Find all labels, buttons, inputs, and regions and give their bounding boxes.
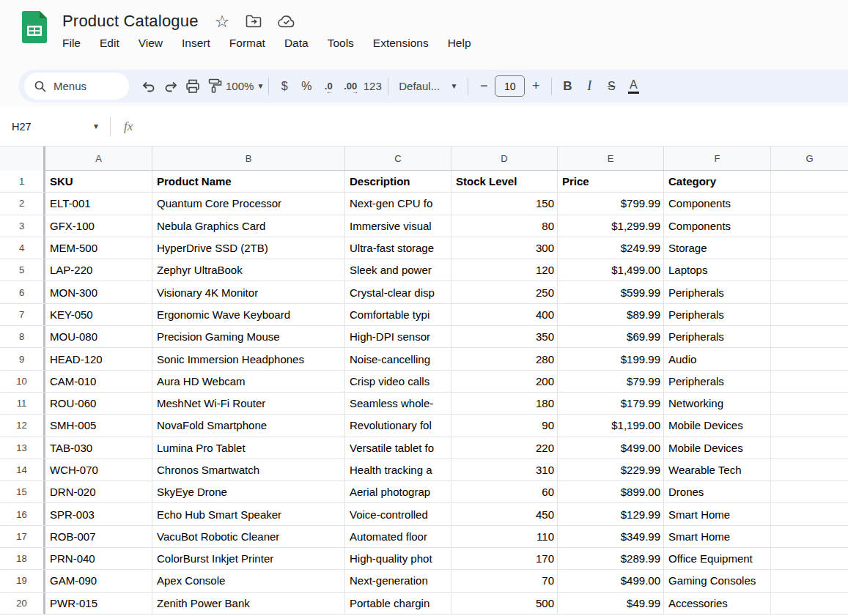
cell[interactable]: Mobile Devices (664, 415, 771, 436)
menu-help[interactable]: Help (448, 37, 471, 50)
cell[interactable]: $499.00 (558, 437, 664, 459)
cell[interactable]: $349.99 (558, 526, 664, 547)
cell[interactable]: 170 (451, 548, 558, 569)
column-header-f[interactable]: F (664, 146, 771, 170)
cell[interactable]: High-quality phot (345, 548, 451, 569)
cell[interactable]: Zenith Power Bank (152, 593, 345, 614)
cell[interactable] (771, 437, 848, 459)
bold-button[interactable]: B (556, 75, 578, 97)
cell[interactable] (771, 348, 848, 369)
menu-extensions[interactable]: Extensions (373, 37, 429, 50)
strikethrough-button[interactable]: S (600, 75, 622, 97)
cell[interactable]: ROU-060 (45, 393, 152, 414)
menu-insert[interactable]: Insert (182, 37, 210, 50)
cell[interactable]: High-DPI sensor (345, 326, 451, 347)
column-header-b[interactable]: B (152, 146, 345, 170)
cell[interactable]: Echo Hub Smart Speaker (152, 503, 345, 524)
cell[interactable]: 350 (451, 326, 558, 347)
cell[interactable]: Aura HD Webcam (152, 371, 345, 392)
menus-search[interactable]: Menus (24, 73, 129, 100)
row-number[interactable]: 12 (0, 415, 45, 436)
cell[interactable]: 110 (451, 526, 558, 547)
cell[interactable]: $89.99 (558, 304, 664, 325)
cell[interactable]: 200 (451, 371, 558, 392)
cell[interactable]: HyperDrive SSD (2TB) (152, 237, 345, 259)
more-formats-button[interactable]: 123 (361, 75, 383, 97)
text-color-button[interactable]: A (622, 75, 644, 97)
cell[interactable]: $179.99 (558, 393, 664, 414)
cell[interactable] (771, 237, 848, 259)
cell[interactable] (771, 171, 848, 192)
cell[interactable]: Audio (664, 348, 771, 369)
star-icon[interactable]: ☆ (215, 13, 230, 30)
cell[interactable] (771, 326, 848, 347)
cell[interactable]: 70 (451, 570, 558, 591)
name-box[interactable]: H27 ▼ (0, 121, 110, 133)
cell[interactable]: $899.00 (558, 481, 664, 502)
row-number[interactable]: 14 (0, 459, 45, 480)
cell[interactable]: SPR-003 (45, 503, 152, 524)
menu-tools[interactable]: Tools (328, 37, 354, 50)
redo-icon[interactable] (160, 75, 182, 97)
menu-file[interactable]: File (62, 37, 81, 50)
cell[interactable]: $1,499.00 (558, 259, 664, 281)
cell[interactable] (771, 281, 848, 303)
column-header-a[interactable]: A (45, 146, 152, 170)
cell[interactable]: MON-300 (45, 281, 152, 303)
cell[interactable]: Accessories (664, 593, 771, 614)
menu-format[interactable]: Format (229, 37, 265, 50)
move-to-folder-icon[interactable] (246, 15, 262, 28)
cell[interactable]: Category (664, 171, 771, 192)
cell[interactable]: Peripherals (664, 371, 771, 392)
cell[interactable]: Peripherals (664, 326, 771, 347)
cell[interactable]: Apex Console (152, 570, 345, 591)
paint-format-icon[interactable] (204, 75, 226, 97)
cell[interactable]: TAB-030 (45, 437, 152, 459)
cell[interactable]: Gaming Consoles (664, 570, 771, 591)
cell[interactable]: SkyEye Drone (152, 481, 345, 502)
cell[interactable]: $49.99 (558, 593, 664, 614)
cell[interactable]: SKU (45, 171, 152, 192)
cell[interactable]: $199.99 (558, 348, 664, 369)
cell[interactable]: Office Equipment (664, 548, 771, 569)
cell[interactable]: HEAD-120 (45, 348, 152, 369)
format-currency-button[interactable]: $ (273, 75, 295, 97)
cell[interactable]: Revolutionary fol (345, 415, 451, 436)
row-number[interactable]: 20 (0, 593, 45, 614)
increase-font-size-button[interactable]: + (525, 75, 547, 97)
cell[interactable] (771, 481, 848, 502)
cell[interactable]: 250 (451, 281, 558, 303)
cell[interactable]: Nebula Graphics Card (152, 215, 345, 237)
cell[interactable]: Voice-controlled (345, 503, 451, 524)
cell[interactable]: 400 (451, 304, 558, 325)
cell[interactable]: PWR-015 (45, 593, 152, 614)
cell[interactable]: $69.99 (558, 326, 664, 347)
cell[interactable] (771, 415, 848, 436)
row-number[interactable]: 11 (0, 393, 45, 414)
increase-decimal-button[interactable]: .00→ (339, 75, 361, 97)
font-size-input[interactable]: 10 (495, 75, 525, 97)
cell[interactable]: PRN-040 (45, 548, 152, 569)
cell[interactable]: Portable chargin (345, 593, 451, 614)
menu-view[interactable]: View (139, 37, 163, 50)
cell[interactable]: $599.99 (558, 281, 664, 303)
row-number[interactable]: 17 (0, 526, 45, 547)
row-number[interactable]: 13 (0, 437, 45, 459)
cell[interactable] (771, 459, 848, 480)
row-number[interactable]: 8 (0, 326, 45, 347)
cell[interactable]: MeshNet Wi-Fi Router (152, 393, 345, 414)
cell[interactable]: Sonic Immersion Headphones (152, 348, 345, 369)
cell[interactable]: LAP-220 (45, 259, 152, 281)
cell[interactable]: Crystal-clear disp (345, 281, 451, 303)
cell[interactable]: $1,299.99 (558, 215, 664, 237)
row-number[interactable]: 9 (0, 348, 45, 369)
cell[interactable]: MOU-080 (45, 326, 152, 347)
cell[interactable]: GAM-090 (45, 570, 152, 591)
cell[interactable] (771, 393, 848, 414)
cell[interactable]: $79.99 (558, 371, 664, 392)
cell[interactable]: $129.99 (558, 503, 664, 524)
row-number[interactable]: 19 (0, 570, 45, 591)
cell[interactable]: Description (345, 171, 451, 192)
cell[interactable]: 310 (451, 459, 558, 480)
column-header-d[interactable]: D (451, 146, 558, 170)
